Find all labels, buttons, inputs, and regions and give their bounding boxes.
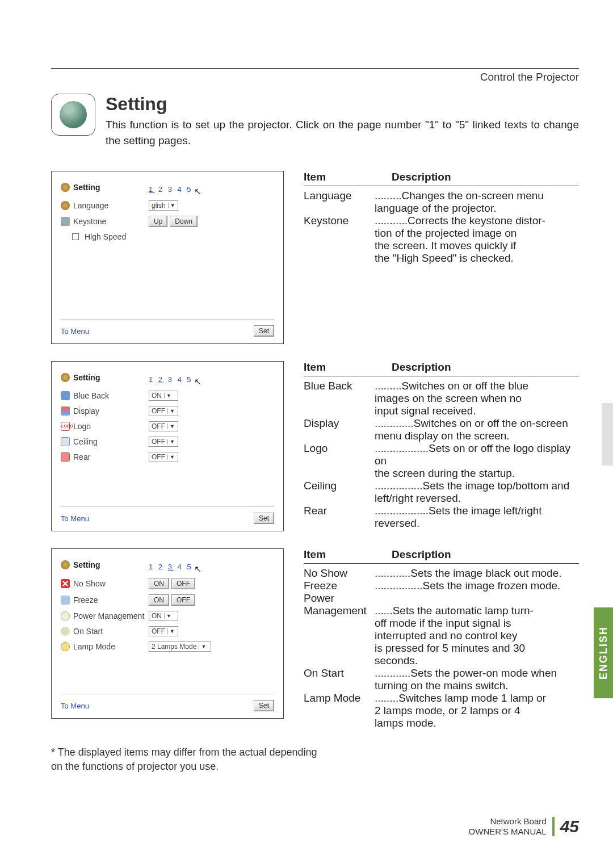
panel-title-text: Setting (73, 560, 100, 569)
gear-icon (61, 373, 70, 382)
keystone-label: Keystone (73, 217, 106, 226)
blueback-label: Blue Back (73, 391, 109, 400)
setting-panel-2: Setting 1 2 3 4 5↖ Blue Back ON▼ Display… (51, 361, 284, 531)
section-3: Setting 1 2 3 4 5↖ No Show ONOFF Freeze … (51, 548, 579, 729)
pager[interactable]: 1 2 3 4 5↖ (149, 374, 274, 385)
noshow-label: No Show (73, 579, 106, 588)
rear-label: Rear (73, 452, 90, 462)
highspeed-label: High Speed (85, 232, 126, 241)
pager[interactable]: 1 2 3 4 5↖ (149, 561, 274, 572)
rear-select[interactable]: OFF▼ (149, 452, 178, 462)
description-3: ItemDescription No Show ............Sets… (304, 548, 579, 729)
keystone-icon (61, 217, 70, 226)
set-button[interactable]: Set (254, 325, 274, 337)
col-desc: Description (392, 171, 451, 183)
language-tab: ENGLISH (594, 607, 613, 698)
blueback-select[interactable]: ON▼ (149, 391, 178, 401)
footnote: * The displayed items may differ from th… (51, 745, 318, 774)
freeze-off-button[interactable]: OFF (171, 594, 195, 606)
page-footer: Network Board OWNER'S MANUAL 45 (469, 816, 579, 837)
setting-panel-3: Setting 1 2 3 4 5↖ No Show ONOFF Freeze … (51, 548, 284, 719)
panel-title-text: Setting (73, 373, 100, 382)
description-2: ItemDescription Blue Back .........Switc… (304, 361, 579, 531)
power-mgmt-label: Power Management (73, 611, 144, 620)
display-select[interactable]: OFF▼ (149, 406, 178, 416)
section-2: Setting 1 2 3 4 5↖ Blue Back ON▼ Display… (51, 361, 579, 531)
cursor-icon: ↖ (194, 376, 201, 387)
footer-bar (552, 817, 555, 836)
gear-icon (61, 183, 70, 192)
onstart-label: On Start (73, 627, 103, 636)
col-item: Item (304, 171, 375, 183)
page: Control the Projector Setting This funct… (0, 0, 613, 868)
language-select[interactable]: glish▼ (149, 200, 178, 211)
gear-icon (61, 560, 70, 569)
keystone-up-button[interactable]: Up (149, 216, 167, 227)
ceiling-label: Ceiling (73, 437, 98, 446)
page-number: 45 (560, 818, 579, 835)
freeze-label: Freeze (73, 596, 98, 605)
onstart-icon (61, 627, 70, 636)
to-menu-link[interactable]: To Menu (61, 702, 89, 710)
panel-title: Setting (61, 183, 149, 192)
setting-section-icon (51, 94, 95, 136)
page-title: Setting (106, 94, 579, 115)
pager[interactable]: 1 2 3 4 5 ↖ (149, 184, 274, 195)
lamp-icon (61, 642, 70, 651)
lamp-label: Lamp Mode (73, 642, 115, 651)
cursor-icon: ↖ (194, 186, 201, 197)
setting-panel-1: Setting 1 2 3 4 5 ↖ Language glish▼ Keys… (51, 171, 284, 344)
noshow-off-button[interactable]: OFF (171, 578, 195, 589)
to-menu-link[interactable]: To Menu (61, 514, 89, 523)
logo-icon: LOGO (61, 422, 70, 431)
logo-label: Logo (73, 422, 91, 431)
rear-icon (61, 452, 70, 462)
power-mgmt-icon (61, 611, 70, 620)
ceiling-icon (61, 437, 70, 446)
keystone-down-button[interactable]: Down (170, 216, 198, 227)
display-icon (61, 406, 70, 416)
section-1: Setting 1 2 3 4 5 ↖ Language glish▼ Keys… (51, 171, 579, 344)
breadcrumb: Control the Projector (51, 69, 579, 89)
display-label: Display (73, 406, 99, 416)
panel-title-text: Setting (73, 183, 100, 192)
freeze-on-button[interactable]: ON (149, 594, 169, 606)
lamp-mode-select[interactable]: 2 Lamps Mode▼ (149, 641, 211, 652)
footer-line2: OWNER'S MANUAL (469, 827, 547, 837)
noshow-on-button[interactable]: ON (149, 578, 169, 589)
noshow-icon (61, 579, 70, 588)
logo-select[interactable]: OFF▼ (149, 421, 178, 431)
to-menu-link[interactable]: To Menu (61, 327, 89, 336)
cursor-icon: ↖ (194, 564, 201, 575)
globe-gear-icon (60, 101, 87, 128)
set-button[interactable]: Set (254, 513, 274, 524)
footer-line1: Network Board (490, 816, 546, 827)
intro-text: This function is to set up the projector… (106, 117, 579, 148)
sections: Setting 1 2 3 4 5 ↖ Language glish▼ Keys… (51, 171, 579, 729)
blueback-icon (61, 391, 70, 400)
heading-row: Setting This function is to set up the p… (51, 94, 579, 148)
side-tab-grey (602, 403, 613, 466)
set-button[interactable]: Set (254, 700, 274, 711)
highspeed-checkbox[interactable] (72, 233, 79, 240)
onstart-select[interactable]: OFF▼ (149, 626, 178, 636)
description-1: ItemDescription Language .........Change… (304, 171, 579, 344)
ceiling-select[interactable]: OFF▼ (149, 437, 178, 447)
language-icon (61, 201, 70, 210)
heading-text: Setting This function is to set up the p… (106, 94, 579, 148)
power-mgmt-select[interactable]: ON▼ (149, 611, 178, 621)
language-label: Language (73, 201, 108, 210)
freeze-icon (61, 596, 70, 605)
